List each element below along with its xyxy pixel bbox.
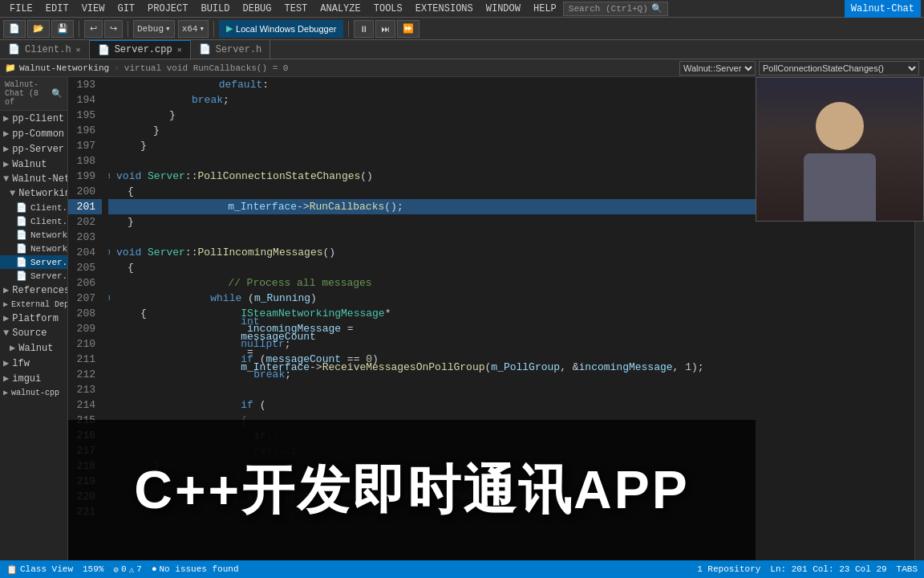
error-icon: ⊘ <box>113 564 119 575</box>
menu-analyze[interactable]: ANALYZE <box>314 2 367 16</box>
sidebar-item-walnut-networking[interactable]: ▼Walnut-Networking <box>0 172 67 186</box>
menu-git[interactable]: GIT <box>111 2 141 16</box>
sidebar-item-imgui[interactable]: ▶imgui <box>0 371 67 386</box>
nav-project-name[interactable]: Walnut-Networking <box>19 63 109 73</box>
file-icon: 📄 <box>16 230 27 240</box>
menu-bar: FILE EDIT VIEW GIT PROJECT BUILD DEBUG T… <box>0 0 924 18</box>
sidebar-item-client-cpp[interactable]: 📄Client.cpp <box>0 201 67 214</box>
menu-project[interactable]: PROJECT <box>141 2 194 16</box>
sidebar-item-references[interactable]: ▶References <box>0 283 67 298</box>
collapse-204[interactable]: ⊟ <box>108 245 110 260</box>
menu-edit[interactable]: EDIT <box>39 2 75 16</box>
toolbar-undo[interactable]: ↩ <box>84 20 103 38</box>
menu-view[interactable]: VIEW <box>75 2 111 16</box>
sidebar-search-icon[interactable]: 🔍 <box>51 88 63 99</box>
status-errors[interactable]: ⊘ 0 ⚠ 7 <box>113 564 141 575</box>
toolbar-redo[interactable]: ↪ <box>104 20 123 38</box>
status-class-view[interactable]: 📋 Class View <box>6 564 73 575</box>
tab-server-h[interactable]: 📄 Server.h <box>191 40 271 59</box>
toolbar-save[interactable]: 💾 <box>51 20 74 38</box>
line-197: 197 <box>68 138 102 153</box>
sidebar-item-walnut2[interactable]: ▶Walnut <box>0 340 67 356</box>
arch-dropdown[interactable]: x64 ▾ <box>178 20 209 38</box>
person-body <box>804 153 876 222</box>
sidebar-item-lfw[interactable]: ▶lfw <box>0 356 67 371</box>
line-212: 212 <box>68 367 102 382</box>
line-209: 209 <box>68 321 102 336</box>
toolbar-open[interactable]: 📂 <box>27 20 50 38</box>
class-view-icon: 📋 <box>6 564 18 575</box>
sidebar-item-network1[interactable]: 📄Networki... <box>0 228 67 242</box>
sidebar-item-walnut-cpp[interactable]: ▶walnut-cpp <box>0 386 67 399</box>
expand-icon: ▶ <box>3 112 9 124</box>
menu-test[interactable]: TEST <box>278 2 314 16</box>
sidebar-item-platform[interactable]: ▶Platform <box>0 311 67 326</box>
sidebar-item-source[interactable]: ▼Source <box>0 326 67 340</box>
close-tab-client-h[interactable]: ✕ <box>76 45 81 55</box>
method-nav-dropdown[interactable]: PollConnectionStateChanges() <box>759 61 919 75</box>
sidebar: Walnut-Chat (8 of 🔍 ▶pp-Client ▶pp-Commo… <box>0 77 68 560</box>
toolbar-breakpoint[interactable]: ⏸ <box>354 20 374 38</box>
tab-server-cpp[interactable]: 📄 Server.cpp ✕ <box>90 40 191 59</box>
status-no-issues[interactable]: ● No issues found <box>152 564 239 574</box>
file-icon: 📄 <box>16 243 27 254</box>
status-repo[interactable]: 1 Repository <box>697 564 760 574</box>
person-head <box>816 102 864 150</box>
sidebar-item-external[interactable]: ▶External Depende... <box>0 298 67 311</box>
search-icon: 🔍 <box>651 3 663 14</box>
line-195: 195 <box>68 108 102 123</box>
line-202: 202 <box>68 214 102 230</box>
class-nav-dropdown[interactable]: Walnut::Server <box>679 61 756 75</box>
walnut-chat-badge: Walnut-Chat <box>845 0 921 18</box>
sidebar-item-server-h[interactable]: 📄Server.h <box>0 269 67 283</box>
expand-icon: ▶ <box>3 357 9 369</box>
line-203: 203 <box>68 230 102 245</box>
sidebar-item-pp-server[interactable]: ▶pp-Server <box>0 141 67 157</box>
menu-build[interactable]: BUILD <box>194 2 236 16</box>
expand-icon: ▶ <box>3 284 9 296</box>
file-icon: 📄 <box>16 271 27 281</box>
sidebar-header: Walnut-Chat (8 of 🔍 <box>0 77 67 111</box>
toolbar-step-over[interactable]: ⏩ <box>397 20 419 38</box>
sidebar-item-server-cpp[interactable]: 📄Server.cpp <box>0 255 67 269</box>
menu-help[interactable]: HELP <box>527 2 563 16</box>
close-tab-server-cpp[interactable]: ✕ <box>177 45 182 55</box>
sidebar-item-walnut[interactable]: ▶Walnut <box>0 157 67 172</box>
menu-extensions[interactable]: EXTENSIONS <box>409 2 480 16</box>
menu-tools[interactable]: TOOLS <box>367 2 409 16</box>
line-199: 199 <box>68 169 102 184</box>
file-icon: 📄 <box>16 257 27 267</box>
expand-icon: ▶ <box>3 143 9 155</box>
menu-window[interactable]: WINDOW <box>480 2 527 16</box>
menu-debug[interactable]: DEBUG <box>236 2 278 16</box>
debug-config-dropdown[interactable]: Debug ▾ <box>133 20 175 38</box>
sidebar-item-network2[interactable]: 📄Networki... <box>0 242 67 255</box>
chinese-text: C++开发即时通讯APP <box>134 454 689 527</box>
line-205: 205 <box>68 260 102 275</box>
line-211: 211 <box>68 352 102 367</box>
status-tabs: TABS <box>897 564 918 574</box>
sep2 <box>128 21 128 37</box>
sep4 <box>348 21 349 37</box>
collapse-207[interactable]: ⊟ <box>108 291 110 306</box>
warning-icon: ⚠ <box>129 564 135 575</box>
sep3 <box>213 21 214 37</box>
expand-icon: ▶ <box>3 128 9 140</box>
file-icon: 📄 <box>16 202 27 213</box>
tab-client-h[interactable]: 📄 Client.h ✕ <box>0 40 90 59</box>
toolbar-step[interactable]: ⏭ <box>375 20 395 38</box>
code-editor[interactable]: 193 194 195 196 197 198 199 200 201 202 … <box>68 77 924 560</box>
sidebar-item-pp-client[interactable]: ▶pp-Client <box>0 111 67 126</box>
search-bar[interactable]: Search (Ctrl+Q) 🔍 <box>563 2 668 16</box>
run-debugger-button[interactable]: ▶ Local Windows Debugger <box>219 20 343 38</box>
collapse-199[interactable]: ⊟ <box>108 169 110 184</box>
toolbar-new[interactable]: 📄 <box>3 20 26 38</box>
sidebar-item-client-h[interactable]: 📄Client.h <box>0 214 67 228</box>
line-206: 206 <box>68 275 102 291</box>
sidebar-item-networking[interactable]: ▼Networking <box>0 186 67 201</box>
sidebar-item-pp-common[interactable]: ▶pp-Common <box>0 126 67 141</box>
menu-file[interactable]: FILE <box>3 2 39 16</box>
status-zoom[interactable]: 159% <box>83 564 103 574</box>
line-213: 213 <box>68 382 102 397</box>
circle-icon: ● <box>152 564 157 574</box>
